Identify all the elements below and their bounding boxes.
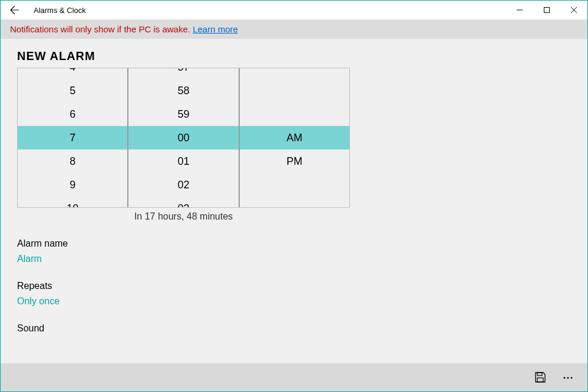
titlebar: Alarms & Clock <box>1 1 587 19</box>
hour-option[interactable]: 8 <box>18 150 127 173</box>
hour-option[interactable]: 9 <box>18 173 127 197</box>
back-arrow-icon <box>10 5 19 15</box>
minute-option[interactable]: 02 <box>128 173 238 197</box>
svg-rect-1 <box>537 373 542 376</box>
hour-option[interactable]: 10 <box>18 197 127 208</box>
hour-column[interactable]: 45678910 <box>18 68 127 207</box>
time-picker[interactable]: 45678910 57585900010203 AMPM <box>17 68 350 208</box>
repeats-value[interactable]: Only once <box>17 296 571 307</box>
save-icon <box>534 371 546 383</box>
close-icon <box>571 7 577 13</box>
command-bar: ⋯ <box>1 363 587 391</box>
hour-option[interactable]: 4 <box>18 68 127 79</box>
hour-option[interactable]: 7 <box>18 126 127 150</box>
minute-column[interactable]: 57585900010203 <box>127 68 238 207</box>
maximize-button[interactable] <box>533 1 560 19</box>
minimize-icon <box>517 7 523 13</box>
minute-option[interactable]: 01 <box>128 150 238 173</box>
back-button[interactable] <box>1 1 29 19</box>
app-title: Alarms & Clock <box>34 6 86 15</box>
page-title: NEW ALARM <box>17 49 571 63</box>
alarm-name-field[interactable]: Alarm name Alarm <box>17 238 571 264</box>
hour-option[interactable]: 5 <box>18 79 127 102</box>
minute-option[interactable]: 03 <box>128 197 238 208</box>
close-button[interactable] <box>560 1 587 19</box>
save-button[interactable] <box>526 363 554 391</box>
period-column[interactable]: AMPM <box>239 68 349 207</box>
more-button[interactable]: ⋯ <box>554 363 583 391</box>
learn-more-link[interactable]: Learn more <box>193 24 238 34</box>
period-option[interactable]: AM <box>240 126 349 150</box>
app-window: Alarms & Clock Notifications will only s… <box>0 0 588 392</box>
minute-option[interactable]: 58 <box>128 79 238 102</box>
repeats-field[interactable]: Repeats Only once <box>17 281 571 307</box>
period-option[interactable]: PM <box>240 150 349 173</box>
sound-field[interactable]: Sound <box>17 323 571 334</box>
notification-text: Notifications will only show if the PC i… <box>10 24 193 34</box>
sound-label: Sound <box>17 323 571 334</box>
minute-option[interactable]: 59 <box>128 102 238 126</box>
svg-rect-2 <box>537 378 543 382</box>
main-content: NEW ALARM 45678910 57585900010203 AMPM I… <box>1 39 587 363</box>
countdown-text: In 17 hours, 48 minutes <box>17 211 350 222</box>
maximize-icon <box>544 7 550 13</box>
notification-bar: Notifications will only show if the PC i… <box>1 19 587 39</box>
more-icon: ⋯ <box>563 371 574 384</box>
minute-option[interactable]: 57 <box>128 68 238 79</box>
minute-option[interactable]: 00 <box>128 126 238 150</box>
repeats-label: Repeats <box>17 281 571 291</box>
svg-rect-0 <box>544 8 550 13</box>
alarm-name-value[interactable]: Alarm <box>17 254 571 264</box>
hour-option[interactable]: 6 <box>18 102 127 126</box>
alarm-name-label: Alarm name <box>17 238 571 249</box>
minimize-button[interactable] <box>506 1 533 19</box>
window-controls <box>506 1 587 19</box>
